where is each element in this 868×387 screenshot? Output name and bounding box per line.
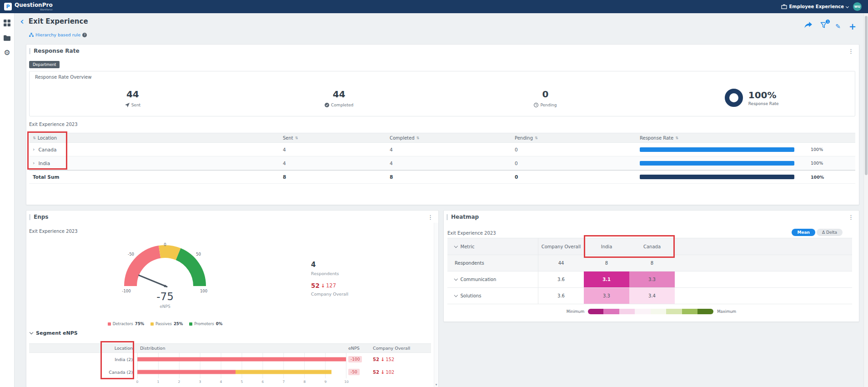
gauge-tick-0: 0 (164, 242, 166, 247)
company-delta: 102 (386, 370, 394, 375)
dashboards-grid-icon[interactable] (4, 20, 10, 27)
axis-tick: 5 (241, 380, 243, 384)
company-enps-delta: 127 (326, 282, 336, 289)
table-row-canada[interactable]: › Canada 4 4 0 100% (29, 143, 855, 156)
heatmap-card: Heatmap ⋮ Exit Experience 2023 Mean Δ De… (443, 210, 859, 322)
column-header-metric[interactable]: Metric (447, 238, 538, 255)
brand-group[interactable]: P QuestionPro Workforce (4, 0, 53, 13)
column-header-india[interactable]: India (584, 238, 629, 255)
axis-tick: 3 (199, 380, 201, 384)
help-icon[interactable]: ? (82, 33, 87, 37)
heatmap-row-solutions: Solutions 3.6 3.3 3.4 (447, 288, 852, 304)
sort-icon: ⇅ (295, 136, 298, 140)
column-label: Sent (283, 136, 293, 141)
chevron-down-icon (30, 331, 33, 334)
card-title: Heatmap (447, 214, 479, 220)
column-header-completed[interactable]: Completed ⇅ (384, 133, 509, 142)
row-location: India (38, 161, 50, 166)
mean-toggle-button[interactable]: Mean (792, 229, 815, 236)
total-label: Total Sum (29, 171, 277, 183)
metric-expand-solutions[interactable]: Solutions (447, 288, 538, 304)
scroll-down-icon[interactable]: ▾ (436, 383, 437, 387)
delta-toggle-button[interactable]: Δ Delta (817, 229, 843, 236)
hierarchy-rule-link[interactable]: Hierarchy based rule ? (29, 32, 87, 37)
brand-name: QuestionPro (15, 2, 53, 8)
legend-detractors: Detractors 75% (108, 322, 144, 326)
gauge-detractors-arc (130, 252, 160, 286)
folders-icon[interactable] (4, 35, 10, 42)
company-overall-label: Company Overall (311, 292, 348, 297)
column-header-response-rate[interactable]: Response Rate ⇅ (634, 133, 855, 142)
avatar[interactable]: WU (853, 2, 862, 11)
card-menu-button[interactable]: ⋮ (426, 214, 435, 221)
back-button[interactable]: ‹ (20, 18, 24, 25)
briefcase-icon (781, 4, 787, 9)
settings-gear-icon[interactable]: ⚙ (4, 50, 10, 56)
legend-promoters: Promoters 0% (189, 322, 222, 326)
stat-value: 100% (748, 90, 779, 101)
detractor-bar-segment (137, 357, 346, 362)
column-label: Metric (461, 244, 475, 249)
segment-location: India (2) (102, 353, 137, 366)
column-header-location[interactable]: ⇅ Location (29, 133, 277, 142)
share-button[interactable] (804, 22, 812, 30)
enps-score: -75 (113, 291, 217, 302)
response-rate-bar-track (640, 175, 794, 179)
gauge-passives-arc (160, 251, 178, 254)
enps-card: Enps ⋮ Exit Experience 2023 0 -50 50 -10… (26, 210, 439, 387)
stat-completed: 44 Completed (236, 80, 442, 116)
down-arrow-icon: ↓ (381, 369, 385, 375)
column-header-pending[interactable]: Pending ⇅ (509, 133, 634, 142)
card-menu-button[interactable]: ⋮ (847, 214, 855, 221)
column-header-canada[interactable]: Canada (629, 238, 675, 255)
left-sidebar: ⚙ (0, 13, 15, 387)
expand-row-icon[interactable]: › (33, 146, 35, 152)
response-rate-bar (640, 147, 794, 152)
legend-value: 75% (135, 322, 144, 326)
gauge-pivot (164, 285, 166, 287)
row-pending: 0 (509, 143, 634, 156)
page-scrollbar[interactable] (863, 13, 868, 387)
workspace-selector[interactable]: Employee Experience (781, 4, 848, 9)
rate-label: 100% (811, 175, 824, 180)
add-widget-button[interactable]: + (849, 23, 856, 30)
column-header-company-overall: Company Overall (368, 344, 431, 352)
card-scrollbar[interactable]: ▾ (434, 223, 438, 387)
segment-header-row: Location Distribution eNPS Company Overa… (29, 343, 431, 353)
passives-swatch (151, 322, 154, 326)
legend-label: Promoters (194, 322, 214, 326)
row-sent: 4 (277, 143, 384, 156)
heatmap-cell: 3.3 (584, 288, 629, 304)
heatmap-cell: 44 (538, 255, 584, 271)
company-enps-value: 52 (311, 282, 320, 289)
empty-header-cell (675, 238, 852, 255)
expand-row-icon[interactable]: › (33, 160, 35, 166)
response-rate-card: Response Rate ⋮ Department Response Rate… (26, 44, 859, 205)
metric-label: Communication (461, 277, 497, 282)
edit-button[interactable]: ✎ (835, 23, 841, 30)
column-header-company-overall[interactable]: Company Overall (538, 238, 584, 255)
scrollbar-thumb[interactable] (865, 16, 868, 175)
sort-icon: ⇅ (33, 136, 36, 140)
questionpro-logo-icon: P (4, 3, 12, 10)
row-sent: 4 (277, 156, 384, 170)
enps-badge: -100 (348, 356, 362, 362)
segment-row-canada: Canada (2) -50 52 ↓ 102 (29, 366, 431, 378)
filter-button[interactable]: 1 (820, 22, 827, 30)
distribution-bar (137, 370, 346, 374)
department-tag[interactable]: Department (29, 61, 60, 68)
row-completed: 4 (384, 156, 509, 170)
total-completed: 8 (384, 171, 509, 183)
column-header-enps: eNPS (346, 344, 368, 352)
metric-expand-communication[interactable]: Communication (447, 271, 538, 287)
axis-tick: 1 (157, 380, 160, 384)
column-header-sent[interactable]: Sent ⇅ (277, 133, 384, 142)
legend-label: Passives (156, 322, 172, 326)
segment-enps-toggle[interactable]: Segment eNPS (30, 330, 78, 336)
sort-icon: ⇅ (416, 136, 420, 140)
sort-icon: ⇅ (675, 136, 678, 140)
table-row-india[interactable]: › India 4 4 0 100% (29, 156, 855, 170)
row-completed: 4 (384, 143, 509, 156)
card-menu-button[interactable]: ⋮ (847, 48, 855, 55)
rule-link-label: Hierarchy based rule (35, 32, 80, 37)
